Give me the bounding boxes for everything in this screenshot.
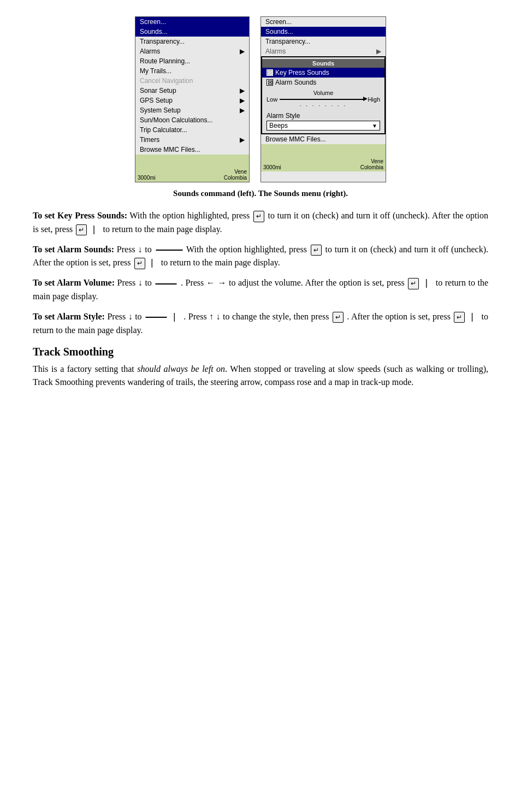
- body-text: To set Key Press Sounds: With the option…: [33, 209, 488, 337]
- alarm-volume-intro: To set Alarm Volume:: [33, 278, 115, 287]
- alarm-sounds-enter-icon: ↵: [311, 245, 322, 256]
- pipe-1: |: [91, 224, 102, 234]
- key-press-label: Key Press Sounds: [275, 69, 329, 76]
- alarm-style-value: Beeps: [269, 122, 288, 129]
- menu-item-alarms: Alarms▶: [135, 46, 249, 56]
- left-map-scale: 3000mi: [138, 175, 156, 181]
- right-browse-mmc: Browse MMC Files...: [261, 134, 386, 144]
- alarm-sounds-intro: To set Alarm Sounds:: [33, 245, 114, 254]
- pipe-4: |: [172, 311, 183, 322]
- alarm-style-select-icon: ↵: [333, 312, 344, 323]
- sounds-submenu: Sounds ☒ Key Press Sounds ☒ Alarm Sounds…: [261, 56, 386, 134]
- alarm-sounds-label: Alarm Sounds: [275, 79, 316, 86]
- alarm-sounds-exit-icon: ↵: [134, 258, 145, 269]
- right-menu-sounds: Sounds...: [261, 27, 386, 37]
- right-menu-alarms: Alarms▶: [261, 46, 386, 56]
- alarm-sounds-paragraph: To set Alarm Sounds: Press ↓ to With the…: [33, 243, 488, 270]
- right-menu-transparency: Transparency...: [261, 37, 386, 46]
- screenshots-container: Screen... Sounds... Transparency... Alar…: [33, 16, 488, 182]
- menu-item-system: System Setup▶: [135, 105, 249, 115]
- track-smoothing-section: Track Smoothing This is a factory settin…: [33, 346, 488, 389]
- menu-item-route: Route Planning...: [135, 56, 249, 66]
- alarm-style-select[interactable]: Beeps ▼: [267, 121, 380, 131]
- menu-item-cancel-nav: Cancel Navigation: [135, 76, 249, 86]
- volume-label: Volume: [267, 90, 380, 96]
- menu-item-sunmoon: Sun/Moon Calculations...: [135, 115, 249, 125]
- key-press-intro: To set Key Press Sounds:: [33, 211, 127, 220]
- volume-low-label: Low: [267, 96, 277, 103]
- dropdown-arrow-icon: ▼: [372, 123, 377, 129]
- left-map-region: VeneColombia: [224, 169, 247, 181]
- alarm-style-label: Alarm Style: [267, 112, 380, 120]
- menu-item-browse-left: Browse MMC Files...: [135, 145, 249, 155]
- menu-item-sonar: Sonar Setup▶: [135, 86, 249, 96]
- italic-phrase: should always be left on: [137, 364, 225, 374]
- menu-item-sounds-left2: Sounds...: [135, 27, 249, 37]
- submenu-alarm-sounds: ☒ Alarm Sounds: [262, 78, 384, 87]
- menu-item-trails: My Trails...: [135, 66, 249, 76]
- right-screenshot: Screen... Sounds... Transparency... Alar…: [260, 16, 386, 182]
- alarm-style-exit-icon: ↵: [454, 312, 465, 323]
- pipe-2: |: [150, 257, 160, 268]
- caption: Sounds command (left). The Sounds menu (…: [33, 189, 488, 198]
- volume-dots: · · · · · · · ·: [267, 103, 380, 109]
- pipe-3: |: [424, 277, 435, 288]
- alarm-style-intro: To set Alarm Style:: [33, 312, 105, 321]
- menu-item-transparency: Transparency...: [135, 37, 249, 46]
- menu-item-timers: Timers▶: [135, 135, 249, 145]
- alarm-vol-exit-icon: ↵: [408, 278, 419, 289]
- exit-key-icon: ↵: [76, 224, 87, 236]
- right-map-region: VeneColombia: [360, 158, 383, 170]
- menu-item-trip: Trip Calculator...: [135, 125, 249, 135]
- submenu-key-press: ☒ Key Press Sounds: [262, 68, 384, 78]
- alarm-sounds-nav-icon: [156, 250, 183, 251]
- right-map-scale: 3000mi: [263, 164, 281, 170]
- alarm-volume-paragraph: To set Alarm Volume: Press ↓ to . Press …: [33, 276, 488, 304]
- menu-item-gps: GPS Setup▶: [135, 96, 249, 105]
- left-map-area: 3000mi VeneColombia: [135, 155, 249, 182]
- menu-item-sounds-left: Screen...: [135, 17, 249, 27]
- right-map-area: 3000mi VeneColombia: [261, 144, 386, 171]
- pipe-5: |: [470, 311, 481, 322]
- key-press-paragraph: To set Key Press Sounds: With the option…: [33, 209, 488, 236]
- volume-section: Volume Low High · · · · · · · ·: [262, 87, 384, 111]
- page-content: Screen... Sounds... Transparency... Alar…: [33, 16, 488, 389]
- submenu-title: Sounds: [262, 59, 384, 68]
- alarm-style-section: Alarm Style Beeps ▼: [262, 111, 384, 132]
- volume-high-label: High: [368, 96, 380, 103]
- left-screenshot: Screen... Sounds... Transparency... Alar…: [135, 16, 250, 182]
- volume-bar: Low High: [267, 96, 380, 103]
- alarm-style-nav-icon: [145, 317, 167, 318]
- enter-key-icon: ↵: [253, 211, 264, 222]
- right-menu-screen: Screen...: [261, 17, 386, 27]
- alarm-vol-nav-icon: [155, 283, 177, 285]
- alarm-style-paragraph: To set Alarm Style: Press ↓ to | . Press…: [33, 310, 488, 337]
- track-smoothing-heading: Track Smoothing: [33, 346, 488, 358]
- track-smoothing-text: This is a factory setting that should al…: [33, 363, 488, 389]
